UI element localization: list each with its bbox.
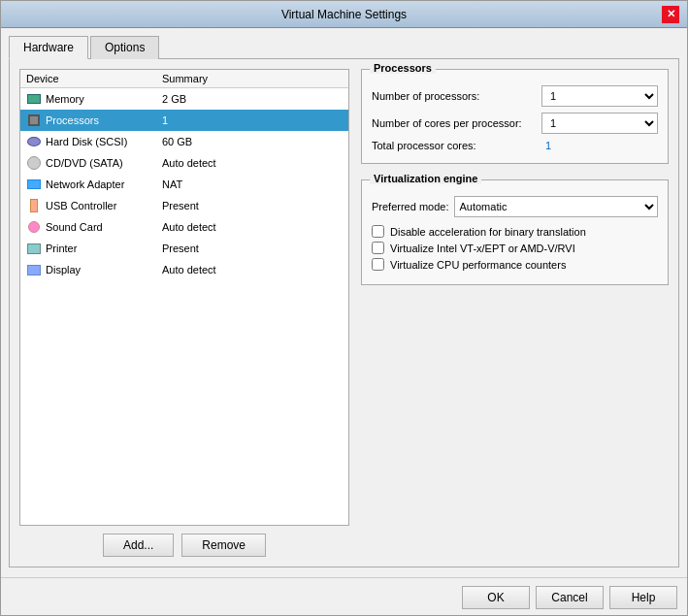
bottom-bar: OK Cancel Help <box>1 577 687 615</box>
virtualization-section-title: Virtualization engine <box>370 173 481 184</box>
usb-icon <box>26 198 42 213</box>
left-panel: Device Summary Memory 2 GB Processors 1 <box>19 69 349 557</box>
tab-bar: Hardware Options <box>9 36 679 59</box>
checkbox-vt-amd: Virtualize Intel VT-x/EPT or AMD-V/RVI <box>372 242 658 254</box>
titlebar: Virtual Machine Settings ✕ <box>1 1 687 28</box>
col-header-summary: Summary <box>162 73 343 84</box>
checkbox-cpu-counters: Virtualize CPU performance counters <box>372 258 658 271</box>
checkbox-binary-translation-input[interactable] <box>372 225 384 238</box>
content-area: Hardware Options Device Summary Memory <box>1 28 687 575</box>
device-row-memory[interactable]: Memory 2 GB <box>20 88 348 110</box>
preferred-mode-label: Preferred mode: <box>372 201 448 212</box>
window-title: Virtual Machine Settings <box>26 8 662 21</box>
cores-per-processor-label: Number of cores per processor: <box>372 117 541 129</box>
ok-button[interactable]: OK <box>462 586 530 609</box>
cd-icon <box>26 155 42 171</box>
cores-per-processor-row: Number of cores per processor: 1 2 4 8 <box>372 113 658 134</box>
cpu-icon <box>26 113 42 128</box>
close-button[interactable]: ✕ <box>662 6 679 23</box>
device-row-printer[interactable]: Printer Present <box>20 238 348 259</box>
memory-icon <box>26 91 42 107</box>
virtualization-section: Virtualization engine Preferred mode: Au… <box>361 179 669 285</box>
checkbox-cpu-counters-input[interactable] <box>372 258 384 271</box>
preferred-mode-select[interactable]: Automatic Binary Translation Intel VT-x/… <box>454 196 658 217</box>
processors-section: Processors Number of processors: 1 2 4 8 <box>361 69 669 164</box>
right-panel: Processors Number of processors: 1 2 4 8 <box>361 69 669 557</box>
num-processors-row: Number of processors: 1 2 4 8 <box>372 85 658 107</box>
total-cores-row: Total processor cores: 1 <box>372 140 658 151</box>
total-cores-value: 1 <box>541 140 658 151</box>
tab-options[interactable]: Options <box>90 36 159 59</box>
disk-icon <box>26 134 42 149</box>
display-icon <box>26 262 42 277</box>
device-row-display[interactable]: Display Auto detect <box>20 259 348 280</box>
preferred-mode-row: Preferred mode: Automatic Binary Transla… <box>372 196 658 217</box>
device-row-harddisk[interactable]: Hard Disk (SCSI) 60 GB <box>20 131 348 152</box>
num-processors-select[interactable]: 1 2 4 8 <box>541 85 658 107</box>
tab-content: Device Summary Memory 2 GB Processors 1 <box>9 58 679 567</box>
device-row-sound-card[interactable]: Sound Card Auto detect <box>20 216 348 238</box>
checkbox-cpu-counters-label: Virtualize CPU performance counters <box>390 259 566 271</box>
main-window: Virtual Machine Settings ✕ Hardware Opti… <box>0 0 688 616</box>
checkbox-vt-amd-label: Virtualize Intel VT-x/EPT or AMD-V/RVI <box>390 243 575 254</box>
device-list-header: Device Summary <box>20 70 348 88</box>
device-row-network-adapter[interactable]: Network Adapter NAT <box>20 174 348 195</box>
cancel-button[interactable]: Cancel <box>536 586 604 609</box>
checkbox-binary-translation-label: Disable acceleration for binary translat… <box>390 226 586 238</box>
add-button[interactable]: Add... <box>103 534 174 557</box>
device-list-container: Device Summary Memory 2 GB Processors 1 <box>19 69 349 526</box>
processors-section-title: Processors <box>370 62 436 74</box>
cores-per-processor-select[interactable]: 1 2 4 8 <box>541 113 658 134</box>
num-processors-label: Number of processors: <box>372 90 541 102</box>
device-row-processors[interactable]: Processors 1 <box>20 110 348 131</box>
checkbox-vt-amd-input[interactable] <box>372 242 384 254</box>
net-icon <box>26 177 42 192</box>
device-row-usb-controller[interactable]: USB Controller Present <box>20 195 348 216</box>
list-buttons: Add... Remove <box>19 534 349 557</box>
sound-icon <box>26 219 42 235</box>
help-button[interactable]: Help <box>609 586 677 609</box>
checkbox-binary-translation: Disable acceleration for binary translat… <box>372 225 658 238</box>
col-header-device: Device <box>26 73 162 84</box>
remove-button[interactable]: Remove <box>181 534 266 557</box>
printer-icon <box>26 241 42 256</box>
total-cores-label: Total processor cores: <box>372 140 541 151</box>
tab-hardware[interactable]: Hardware <box>9 36 88 59</box>
device-row-cddvd[interactable]: CD/DVD (SATA) Auto detect <box>20 152 348 174</box>
